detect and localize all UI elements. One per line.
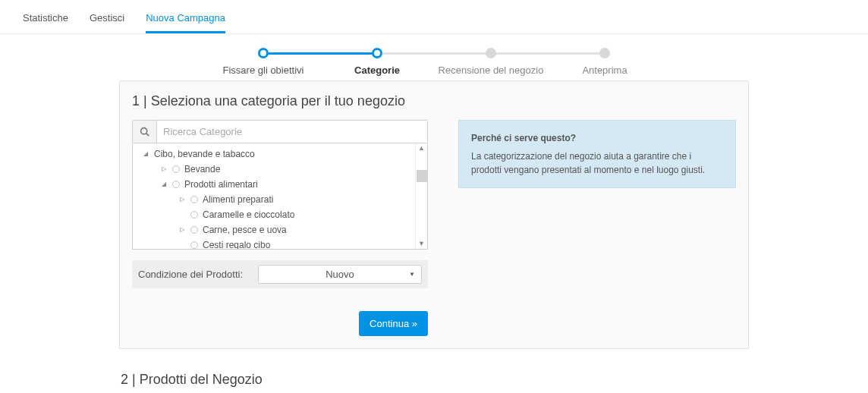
category-panel: 1 | Seleziona una categoria per il tuo n… — [119, 80, 749, 349]
tree-label: Carne, pesce e uova — [203, 223, 287, 237]
category-tree: ◢ Cibo, bevande e tabacco ▷ Bevande ◢ Pr… — [132, 143, 428, 250]
tree-row-cesti[interactable]: Cesti regalo cibo — [133, 237, 415, 249]
step-dot-categories — [372, 48, 382, 58]
tree-row-bevande[interactable]: ▷ Bevande — [133, 162, 415, 177]
step-dot-objectives — [258, 48, 269, 58]
step-bar-3 — [491, 52, 605, 55]
category-radio[interactable] — [190, 226, 198, 234]
condition-label: Condizione dei Prodotti: — [138, 269, 243, 280]
tree-label: Caramelle e cioccolato — [203, 208, 294, 222]
tree-row-caramelle[interactable]: Caramelle e cioccolato — [133, 207, 415, 222]
tree-row-alimenti[interactable]: ▷ Alimenti preparati — [133, 192, 415, 207]
caret-right-icon[interactable]: ▷ — [178, 195, 186, 204]
tree-label: Alimenti preparati — [203, 193, 273, 206]
step-bar-1 — [263, 52, 377, 55]
caret-right-icon[interactable]: ▷ — [160, 165, 168, 174]
tree-label: Cesti regalo cibo — [203, 238, 270, 249]
step-dot-preview — [599, 48, 610, 58]
condition-value: Nuovo — [326, 269, 354, 280]
condition-dropdown[interactable]: Nuovo ▼ — [258, 265, 422, 284]
scroll-thumb[interactable] — [417, 170, 427, 182]
search-icon — [133, 121, 157, 143]
tab-new-campaign[interactable]: Nuova Campagna — [146, 6, 225, 33]
caret-down-icon[interactable]: ◢ — [160, 180, 168, 189]
tree-scrollbar[interactable]: ▲ ▼ — [415, 143, 427, 249]
tree-label: Prodotti alimentari — [184, 178, 258, 191]
step-label-categories: Categorie — [354, 64, 400, 76]
category-radio[interactable] — [190, 196, 198, 203]
tab-statistics[interactable]: Statistiche — [23, 6, 68, 33]
panel-title: 1 | Seleziona una categoria per il tuo n… — [132, 93, 736, 109]
category-radio[interactable] — [190, 211, 198, 219]
scroll-up-icon[interactable]: ▲ — [418, 145, 425, 152]
product-condition-row: Condizione dei Prodotti: Nuovo ▼ — [132, 260, 428, 288]
continue-button[interactable]: Continua » — [359, 311, 428, 336]
category-radio[interactable] — [190, 241, 198, 249]
top-tabs: Statistiche Gestisci Nuova Campagna — [0, 0, 868, 34]
tree-label: Bevande — [184, 162, 220, 176]
category-search — [132, 120, 428, 143]
category-radio[interactable] — [172, 165, 180, 173]
step-label-preview: Anteprima — [582, 64, 627, 76]
category-radio[interactable] — [172, 181, 180, 188]
stepper: Fissare gli obiettivi Categorie Recensio… — [0, 34, 868, 80]
section-2-title: 2 | Prodotti del Negozio — [119, 372, 749, 393]
chevron-down-icon: ▼ — [409, 271, 415, 278]
step-label-objectives: Fissare gli obiettivi — [223, 64, 304, 76]
tree-label: Cibo, bevande e tabacco — [154, 147, 255, 161]
step-bar-2 — [377, 52, 491, 55]
tab-manage[interactable]: Gestisci — [90, 6, 124, 33]
scroll-down-icon[interactable]: ▼ — [418, 241, 425, 247]
info-box: Perché ci serve questo? La categorizzazi… — [458, 120, 736, 188]
info-body: La categorizzazione del negozio aiuta a … — [471, 149, 723, 177]
tree-row-root[interactable]: ◢ Cibo, bevande e tabacco — [133, 146, 415, 162]
step-label-review: Recensione del negozio — [439, 64, 544, 76]
search-input[interactable] — [157, 121, 427, 143]
caret-right-icon[interactable]: ▷ — [178, 225, 186, 234]
svg-line-1 — [146, 134, 149, 136]
step-dot-review — [486, 48, 496, 58]
tree-row-carne[interactable]: ▷ Carne, pesce e uova — [133, 222, 415, 237]
svg-point-0 — [141, 128, 147, 134]
info-title: Perché ci serve questo? — [471, 131, 723, 145]
tree-row-prodotti[interactable]: ◢ Prodotti alimentari — [133, 177, 415, 192]
caret-down-icon[interactable]: ◢ — [142, 149, 149, 159]
